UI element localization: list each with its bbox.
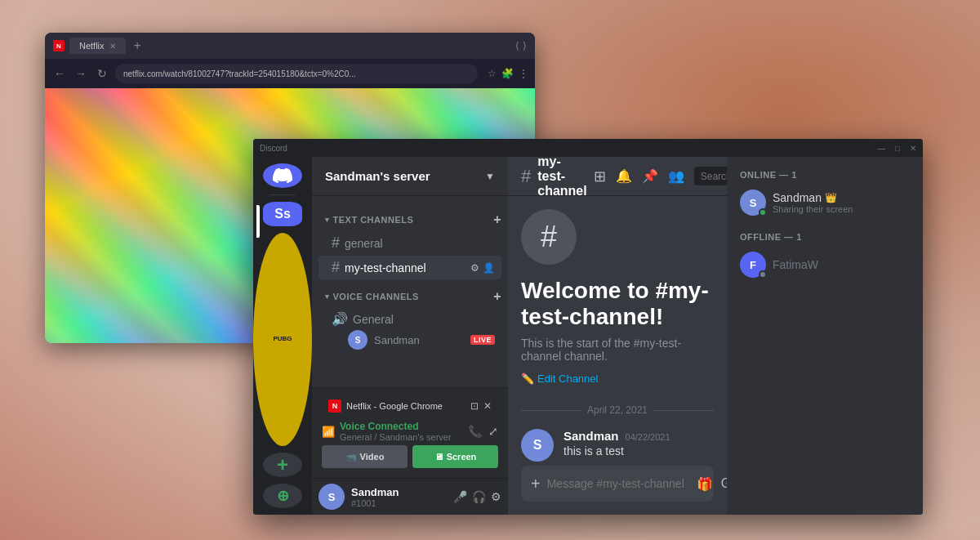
discord-close-button[interactable]: ✕	[910, 144, 916, 153]
text-channels-category[interactable]: ▾ TEXT CHANNELS +	[312, 209, 508, 230]
netflix-more-icon[interactable]: ⟩	[523, 40, 527, 51]
divider-line-2	[654, 410, 714, 411]
back-button[interactable]: ←	[51, 67, 68, 80]
voice-signal-icon: 📶	[322, 426, 335, 438]
stream-stop-icon[interactable]: ✕	[483, 400, 492, 412]
mute-mic-icon[interactable]: 🎤	[453, 490, 467, 503]
user-tag: #1001	[351, 498, 447, 508]
address-bar[interactable]: netflix.com/watch/81002747?trackId=25401…	[115, 64, 478, 83]
netflix-tab[interactable]: Netflix ✕	[69, 38, 126, 54]
voice-settings-icon[interactable]: ⤢	[488, 425, 498, 438]
refresh-button[interactable]: ↻	[94, 67, 110, 80]
member-name-fatimaw: FatimaW	[773, 258, 818, 271]
voice-channels-category[interactable]: ▾ VOICE CHANNELS +	[312, 286, 508, 307]
message-avatar-1: S	[521, 429, 554, 462]
chat-area: # my-test-channel ⊞ 🔔 📌 👥 🔍 🖥 ❓	[508, 157, 727, 515]
bookmark-icon[interactable]: ☆	[488, 68, 497, 79]
active-server-indicator	[256, 205, 260, 238]
deafen-icon[interactable]: 🎧	[472, 490, 486, 503]
voice-channels-label: VOICE CHANNELS	[333, 292, 419, 301]
netflix-tab-close-icon[interactable]: ✕	[109, 42, 116, 51]
member-name-col-fatimaw: FatimaW	[773, 257, 910, 272]
server-name: Sandman's server	[325, 169, 430, 183]
category-collapse-icon: ▾	[325, 216, 330, 224]
chat-input-area: + 🎁 GIF 📄 😊	[508, 466, 727, 515]
edit-pencil-icon: ✏️	[521, 373, 534, 385]
voice-connected-label: Voice Connected	[340, 421, 452, 432]
member-status-offline	[759, 270, 767, 279]
message-input[interactable]	[547, 477, 690, 490]
server-icon-list: Ss PUBG + ⊕	[253, 157, 312, 515]
add-voice-channel-button[interactable]: +	[493, 289, 501, 304]
edit-channel-label: Edit Channel	[537, 373, 598, 385]
server-icon-sandman[interactable]: Ss	[263, 202, 302, 226]
search-input[interactable]	[701, 171, 727, 182]
pin-icon[interactable]: 📌	[642, 168, 658, 184]
netflix-favicon-icon: N	[53, 40, 65, 51]
member-fatimaw[interactable]: F FatimaW	[733, 248, 916, 281]
user-settings-icon[interactable]: ⚙	[491, 490, 501, 503]
server-icon-discord[interactable]	[263, 163, 302, 188]
server-ss-initials: Ss	[274, 207, 291, 221]
channel-settings-icon[interactable]: ⚙	[470, 262, 479, 274]
add-text-channel-button[interactable]: +	[493, 212, 501, 227]
screen-share-button[interactable]: 🖥 Screen	[412, 445, 498, 468]
video-button[interactable]: 📹 Video	[322, 445, 408, 468]
message-timestamp-1: 04/22/2021	[626, 432, 670, 442]
voice-category-collapse-icon: ▾	[325, 292, 330, 301]
new-tab-button[interactable]: +	[134, 38, 141, 53]
member-sub-sandman: Sharing their screen	[773, 204, 910, 214]
channel-user-icon[interactable]: 👤	[483, 262, 495, 274]
members-sidebar: ONLINE — 1 S Sandman 👑 Sharing their scr…	[727, 157, 923, 515]
voice-channel-header: 🔊 General	[332, 310, 495, 328]
voice-phone-icon[interactable]: 📞	[468, 425, 482, 438]
extensions-icon[interactable]: 🧩	[501, 68, 514, 79]
hashtag-icon[interactable]: ⊞	[594, 167, 606, 185]
gif-icon[interactable]: GIF	[721, 476, 727, 492]
user-avatar: S	[318, 484, 345, 510]
channel-general[interactable]: # general	[318, 231, 501, 255]
chat-header: # my-test-channel ⊞ 🔔 📌 👥 🔍 🖥 ❓	[508, 157, 727, 196]
chat-header-hash-icon: #	[521, 166, 531, 187]
voice-connected-bar: N Netflix - Google Chrome ⊡ ✕ 📶 Voice Co…	[312, 387, 508, 478]
message-content-1: Sandman 04/22/2021 this is a test	[564, 429, 714, 457]
channel-item-icons: ⚙ 👤	[470, 262, 495, 274]
welcome-title: Welcome to #my-test-channel!	[521, 278, 714, 330]
netflix-titlebar: N Netflix ✕ + ⟨ ⟩	[45, 33, 535, 59]
gift-icon[interactable]: 🎁	[697, 476, 713, 492]
crown-icon: 👑	[825, 192, 837, 203]
more-options-icon[interactable]: ⋮	[519, 68, 528, 79]
server-header[interactable]: Sandman's server ▼	[312, 157, 508, 196]
stream-popout-icon[interactable]: ⊡	[470, 400, 479, 412]
stream-controls: ⊡ ✕	[470, 400, 492, 412]
voice-status-info: Voice Connected General / Sandman's serv…	[340, 421, 452, 442]
member-sandman[interactable]: S Sandman 👑 Sharing their screen	[733, 186, 916, 219]
server-icon-pubg[interactable]: PUBG	[253, 233, 312, 447]
notification-bell-icon[interactable]: 🔔	[616, 168, 632, 184]
netflix-minimize-icon[interactable]: ⟨	[515, 40, 519, 51]
channel-hash-icon-active: #	[332, 259, 340, 276]
netflix-tab-label: Netflix	[79, 41, 105, 51]
server-dropdown-icon: ▼	[485, 171, 495, 182]
member-avatar-sandman: S	[740, 190, 766, 216]
voice-channel-general[interactable]: 🔊 General S Sandman LIVE	[318, 308, 501, 353]
chat-messages: # Welcome to #my-test-channel! This is t…	[508, 196, 727, 466]
edit-channel-link[interactable]: ✏️ Edit Channel	[521, 373, 598, 385]
welcome-subtitle: This is the start of the #my-test-channe…	[521, 337, 714, 363]
discord-maximize-button[interactable]: □	[895, 144, 900, 153]
search-box[interactable]: 🔍	[694, 167, 727, 185]
message-header-1: Sandman 04/22/2021	[564, 429, 714, 443]
forward-button[interactable]: →	[73, 67, 89, 80]
offline-section-label: OFFLINE — 1	[733, 232, 916, 242]
discord-minimize-button[interactable]: —	[877, 144, 885, 153]
discover-servers-button[interactable]: ⊕	[263, 484, 302, 508]
message-input-icons: 🎁 GIF 📄 😊	[697, 476, 727, 492]
voice-member-avatar: S	[348, 330, 368, 350]
add-server-button[interactable]: +	[263, 453, 302, 477]
members-icon[interactable]: 👥	[668, 168, 684, 184]
divider-line	[521, 410, 581, 411]
channel-my-test-channel[interactable]: # my-test-channel ⚙ 👤	[318, 256, 501, 279]
channel-test-name: my-test-channel	[345, 261, 426, 274]
attach-file-button[interactable]: +	[531, 475, 541, 493]
channel-welcome-icon: #	[521, 209, 577, 265]
